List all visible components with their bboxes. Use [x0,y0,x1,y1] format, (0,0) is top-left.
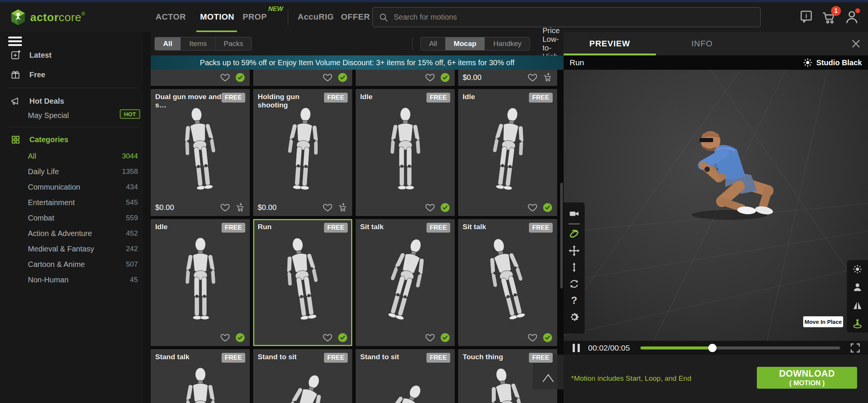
motion-card[interactable]: Dual gun move and s… FREE $0.00 [151,89,250,216]
orbit-tool-button[interactable] [566,226,582,242]
category-all[interactable]: All 3044 [0,150,138,162]
elevate-tool-button[interactable] [566,259,582,276]
category-communication[interactable]: Communication 434 [0,181,138,193]
motion-card-partial[interactable] [356,70,455,86]
motion-thumbnail [477,101,538,202]
favorite-icon[interactable] [322,202,333,213]
sidebar-item-free[interactable]: Free [0,68,143,81]
sidebar-item-latest[interactable]: Latest [0,49,143,61]
fullscreen-icon [849,342,861,354]
favorite-icon[interactable] [220,333,230,343]
nav-prop[interactable]: PROP [243,12,267,22]
motion-thumbnail [261,363,341,403]
environment-selector[interactable]: Studio Black [803,58,862,67]
favorite-icon[interactable] [425,72,435,83]
close-panel-button[interactable] [850,38,862,50]
favorite-icon[interactable] [220,202,230,213]
move-tool-button[interactable] [566,242,582,259]
category-cartoon-anime[interactable]: Cartoon & Anime 507 [0,258,138,271]
fullscreen-button[interactable] [849,342,861,354]
cart-button[interactable]: 1 [821,9,838,26]
progress-fill [640,346,712,349]
download-button[interactable]: DOWNLOAD ( MOTION ) [757,367,857,389]
motion-card-partial[interactable] [253,70,352,86]
nav-motion[interactable]: MOTION [200,12,234,22]
nav-offer[interactable]: OFFER [341,12,370,22]
divider [8,127,138,127]
owned-check-icon [440,333,450,343]
tab-preview[interactable]: PREVIEW [564,32,656,55]
favorite-icon[interactable] [322,333,333,343]
3d-viewport[interactable]: ? [564,70,868,341]
motion-card[interactable]: Sit talk FREE [458,219,557,346]
motion-card-partial[interactable]: $0.00 [458,70,557,86]
menu-toggle-button[interactable] [8,37,22,47]
help-button[interactable]: ? [566,292,582,309]
favorite-icon[interactable] [322,72,333,83]
motion-card[interactable]: Idle FREE [458,89,557,216]
motion-card-selected[interactable]: Run FREE [253,219,352,346]
source-handkey[interactable]: Handkey [484,37,530,50]
free-badge: FREE [222,93,245,103]
add-to-cart-icon[interactable] [542,72,553,83]
motion-card[interactable]: Holding gun shooting FREE $0.00 [253,89,352,216]
owned-check-icon [542,202,553,213]
playback-slider[interactable] [640,346,840,349]
lighting-button[interactable] [849,261,866,277]
nav-actor[interactable]: ACTOR [156,12,186,22]
favorite-icon[interactable] [527,333,538,343]
favorite-icon[interactable] [220,72,230,83]
tab-info[interactable]: INFO [656,32,748,55]
person-icon [852,282,863,293]
category-medieval-fantasy[interactable]: Medieval & Fantasy 242 [0,242,138,255]
mirror-button[interactable] [849,297,866,314]
scope-packs[interactable]: Packs [215,37,252,50]
account-button[interactable] [844,9,860,26]
pause-button[interactable] [573,344,580,352]
favorite-icon[interactable] [425,333,435,343]
add-to-cart-icon[interactable] [338,202,348,213]
motion-thumbnail [275,103,331,201]
motion-card[interactable]: Idle FREE [356,89,455,216]
feedback-button[interactable]: i [799,9,815,26]
promo-banner[interactable]: Packs up to 59% off or Enjoy Item Volume… [151,55,564,70]
progress-thumb[interactable] [708,344,717,352]
motion-thumbnail [368,229,442,334]
nav-accurig[interactable]: AccuRIG [298,12,334,22]
motion-card-partial[interactable] [151,70,250,86]
add-to-cart-icon[interactable] [235,202,245,213]
motion-card[interactable]: Stand to sit FREE [356,349,455,403]
sidebar-item-hot-deals[interactable]: Hot Deals [0,95,143,107]
viewport-right-toolbar [847,260,868,333]
category-action-adventure[interactable]: Action & Adventure 452 [0,227,138,240]
rotate-tool-button[interactable] [566,276,582,292]
motion-grid: $0.00 Dual gun move and s… FREE $0.00 Ho… [151,70,564,403]
favorite-icon[interactable] [527,72,538,83]
free-badge: FREE [222,353,245,363]
search-icon [379,12,388,22]
owned-check-icon [338,72,348,83]
category-non-human[interactable]: Non-Human 45 [0,273,138,286]
settings-button[interactable] [566,309,582,325]
actorcore-logo-icon [11,9,26,26]
logo[interactable]: actorcore® [11,9,85,26]
scope-items[interactable]: Items [180,37,215,50]
grid-scrollbar-thumb[interactable] [560,183,563,288]
move-in-place-icon [852,318,863,329]
source-mocap[interactable]: Mocap [445,37,484,50]
motion-card[interactable]: Stand to sit FREE [253,349,352,403]
search-input[interactable] [394,13,754,21]
scope-all[interactable]: All [155,37,180,50]
motion-card[interactable]: Sit talk FREE [356,219,455,346]
motion-card[interactable]: Stand talk FREE [151,349,250,403]
source-all[interactable]: All [421,37,445,50]
favorite-icon[interactable] [527,202,538,213]
category-combat[interactable]: Combat 559 [0,211,138,224]
character-toggle-button[interactable] [849,279,866,296]
favorite-icon[interactable] [425,202,435,213]
category-entertainment[interactable]: Entertainment 545 [0,196,138,209]
category-daily-life[interactable]: Daily Life 1358 [0,165,138,178]
camera-view-button[interactable] [566,205,582,222]
motion-card[interactable]: Idle FREE [151,219,250,346]
move-in-place-button[interactable] [849,315,866,332]
